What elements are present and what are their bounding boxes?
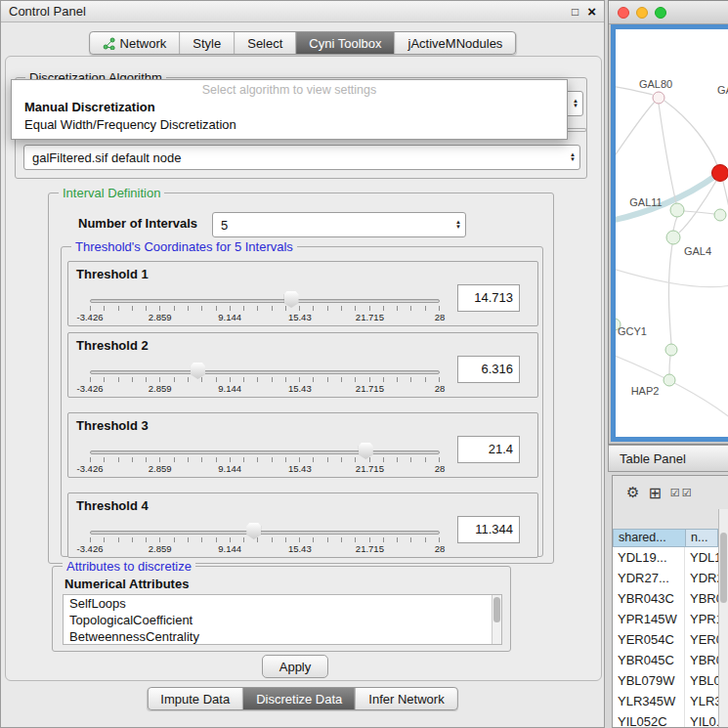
network-node[interactable] [666, 231, 680, 244]
dropdown-option-equal-width-frequency[interactable]: Equal Width/Frequency Discretization [12, 116, 567, 134]
tab-jactivemnodules[interactable]: jActiveMNodules [396, 32, 516, 54]
table-row[interactable]: YER054CYER0... [613, 629, 718, 650]
table-scrollbar[interactable] [718, 509, 728, 727]
threshold-2-value[interactable]: 6.316 [457, 356, 520, 383]
table-cell[interactable]: YBR0... [685, 588, 718, 609]
threshold-1-value[interactable]: 14.713 [457, 284, 520, 312]
scrollbar-thumb[interactable] [720, 533, 727, 603]
numerical-attributes-list[interactable]: SelfLoopsTopologicalCoefficientBetweenne… [63, 594, 502, 645]
table-cell[interactable]: YER0... [685, 629, 718, 650]
dropdown-hint: Select algorithm to view settings [12, 82, 567, 99]
threshold-2-slider[interactable]: -3.4262.8599.14415.4321.71528 [90, 361, 440, 398]
apply-button[interactable]: Apply [262, 655, 328, 678]
slider-tick-label: 15.43 [288, 312, 312, 322]
slider-track[interactable] [90, 450, 440, 454]
tab-select[interactable]: Select [235, 32, 296, 54]
table-row[interactable]: YBR043CYBR0... [613, 588, 718, 609]
table-cell[interactable]: YLR345W [613, 691, 685, 711]
close-traffic-light[interactable] [618, 7, 629, 19]
network-edge[interactable] [669, 356, 670, 374]
network-node[interactable] [714, 209, 726, 221]
dropdown-option-manual-discretization[interactable]: Manual Discretization [12, 99, 567, 116]
table-cell[interactable]: YBR043C [613, 588, 685, 609]
close-icon[interactable]: × [587, 5, 596, 19]
table-row[interactable]: YDL19...YDL1... [613, 547, 718, 568]
table-cell[interactable]: YDR27... [613, 568, 685, 588]
attributes-scrollbar[interactable] [492, 595, 501, 644]
network-edge[interactable] [684, 211, 714, 214]
network-edge[interactable] [673, 217, 677, 231]
slider-tick-label: 2.859 [149, 463, 172, 474]
network-edge[interactable] [668, 244, 672, 344]
threshold-4-slider[interactable]: -3.4262.8599.14415.4321.71528 [90, 521, 440, 558]
threshold-3-slider[interactable]: -3.4262.8599.14415.4321.71528 [90, 441, 440, 478]
table-cell[interactable]: YPR145W [613, 609, 685, 629]
tab-impute-data[interactable]: Impute Data [148, 688, 243, 709]
table-row[interactable]: YBL079WYBL0... [613, 670, 718, 691]
column-header-name[interactable]: n... [685, 529, 718, 547]
tab-network[interactable]: Network [90, 32, 181, 54]
table-cell[interactable]: YER054C [613, 629, 685, 650]
slider-ticks [90, 377, 440, 382]
network-edge[interactable] [659, 104, 676, 203]
select-columns-icon[interactable]: ☑☑ [670, 487, 694, 499]
interval-definition-group: Interval Definition Number of Intervals … [48, 193, 554, 564]
table-row[interactable]: YBR045CYBR0... [613, 650, 718, 670]
column-header-shared-name[interactable]: shared... [613, 529, 685, 547]
network-canvas[interactable]: GAL80GAGAL11GAL4GCY1HAP2 [616, 29, 728, 437]
network-node[interactable] [665, 344, 677, 356]
table-cell[interactable]: YPR1... [685, 609, 718, 629]
network-node[interactable] [670, 203, 684, 217]
panel-tab-bar: Network Style Select Cyni Toolbox jActiv… [89, 31, 517, 55]
gear-icon[interactable]: ⚙ [626, 484, 639, 501]
table-cell[interactable]: YDL19... [613, 547, 685, 568]
table-cell[interactable]: YIL0... [685, 711, 718, 727]
attribute-list-item[interactable]: BetweennessCentrality [64, 628, 501, 645]
table-cell[interactable]: YDL1... [685, 547, 718, 568]
table-row[interactable]: YDR27...YDR2... [613, 568, 718, 588]
slider-tick-label: 28 [435, 312, 446, 322]
float-window-icon[interactable]: □ [572, 6, 578, 18]
table-cell[interactable]: YBR0... [685, 650, 718, 670]
combo-stepper-icon: ▲▼ [573, 99, 578, 108]
columns-icon[interactable]: ⊞ [648, 484, 661, 502]
slider-tick-label: -3.426 [77, 463, 104, 474]
table-row[interactable]: YLR345WYLR3... [613, 691, 718, 711]
table-cell[interactable]: YLR3... [685, 691, 718, 711]
minimize-traffic-light[interactable] [636, 7, 648, 19]
network-node[interactable] [712, 165, 728, 182]
tab-infer-network[interactable]: Infer Network [356, 688, 456, 709]
slider-tick-label: 21.715 [356, 463, 384, 474]
table-row[interactable]: YPR145WYPR1... [613, 609, 718, 629]
network-edge[interactable] [616, 268, 728, 287]
table-cell[interactable]: YBR045C [613, 650, 685, 670]
slider-track[interactable] [90, 299, 440, 303]
network-node[interactable] [653, 92, 664, 104]
network-edge[interactable] [664, 101, 717, 165]
table-data-combo[interactable]: galFiltered.sif default node ▲▼ [23, 145, 580, 170]
slider-ticks [90, 457, 440, 462]
tab-style[interactable]: Style [180, 32, 235, 54]
table-cell[interactable]: YIL052C [613, 711, 685, 727]
table-cell[interactable]: YBL079W [613, 670, 685, 691]
slider-track[interactable] [90, 531, 440, 535]
table-cell[interactable]: YBL0... [685, 670, 718, 691]
scrollbar-thumb[interactable] [493, 597, 500, 622]
table-cell[interactable]: YDR2... [685, 568, 718, 588]
tab-discretize-data[interactable]: Discretize Data [243, 688, 356, 709]
zoom-traffic-light[interactable] [655, 7, 666, 19]
tab-cyni-toolbox[interactable]: Cyni Toolbox [296, 32, 395, 54]
num-intervals-combo[interactable]: 5 ▲▼ [212, 212, 466, 237]
threshold-1-slider[interactable]: -3.4262.8599.14415.4321.71528 [90, 289, 440, 326]
attribute-list-item[interactable]: TopologicalCoefficient [64, 612, 501, 628]
threshold-4-value[interactable]: 11.344 [457, 516, 520, 543]
slider-tick-label: 9.144 [218, 463, 241, 474]
table-row[interactable]: YIL052CYIL0... [613, 711, 718, 727]
slider-tick-label: 9.144 [218, 543, 241, 554]
network-edge[interactable] [616, 102, 655, 162]
slider-scale: -3.4262.8599.14415.4321.71528 [90, 463, 440, 475]
network-node[interactable] [664, 374, 675, 386]
attribute-list-item[interactable]: SelfLoops [64, 595, 501, 612]
threshold-3-value[interactable]: 21.4 [457, 436, 520, 463]
slider-track[interactable] [90, 370, 440, 374]
